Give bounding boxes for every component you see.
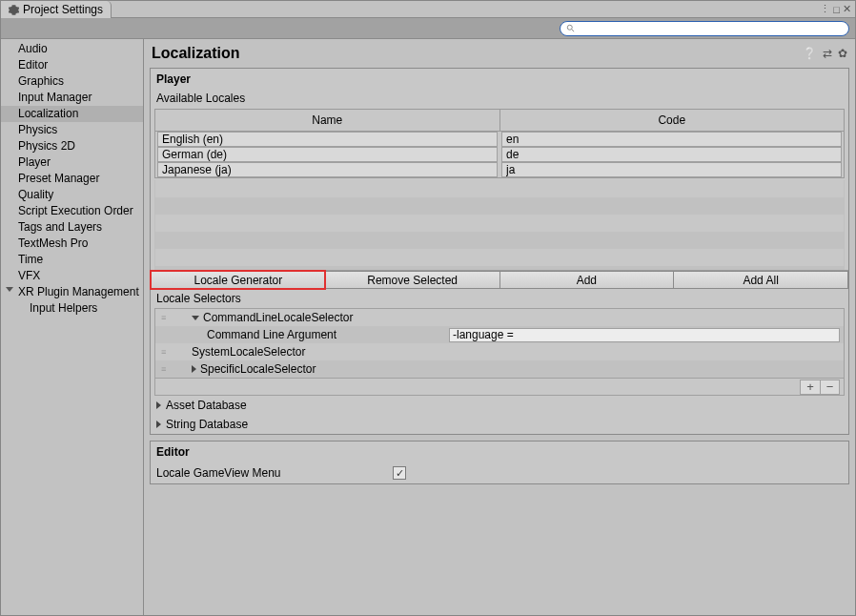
selector-name: SpecificLocaleSelector <box>200 362 316 376</box>
add-selector-button[interactable]: + <box>801 380 820 394</box>
main-header: Localization ❔ ⇄ ✿ <box>144 39 855 66</box>
svg-point-0 <box>567 25 572 30</box>
window-title: Project Settings <box>23 3 103 16</box>
sidebar-item-localization[interactable]: Localization <box>1 106 143 122</box>
sidebar-item-textmesh-pro[interactable]: TextMesh Pro <box>1 236 143 252</box>
remove-selected-button[interactable]: Remove Selected <box>325 271 499 289</box>
locale-selectors-list: ≡ CommandLineLocaleSelector Command Line… <box>154 308 845 396</box>
chevron-right-icon[interactable] <box>192 365 196 373</box>
player-section-title: Player <box>151 69 848 90</box>
locale-name-field[interactable] <box>157 147 498 162</box>
search-field[interactable] <box>560 21 849 36</box>
svg-line-1 <box>572 29 575 31</box>
sidebar-item-physics[interactable]: Physics <box>1 122 143 138</box>
sidebar-item-input-helpers[interactable]: Input Helpers <box>1 300 143 317</box>
add-all-button[interactable]: Add All <box>673 271 848 289</box>
sidebar-item-script-execution-order[interactable]: Script Execution Order <box>1 203 143 219</box>
maximize-icon[interactable]: □ <box>833 4 840 15</box>
sidebar-item-input-manager[interactable]: Input Manager <box>1 90 143 106</box>
preset-icon[interactable]: ⇄ <box>823 47 832 60</box>
locale-code-field[interactable] <box>501 147 842 162</box>
empty-list-area <box>154 180 845 270</box>
toolbar <box>1 18 855 39</box>
page-title: Localization <box>152 45 239 62</box>
table-header: Name Code <box>155 110 844 132</box>
window-tab[interactable]: Project Settings <box>1 1 112 18</box>
locale-code-field[interactable] <box>501 162 842 177</box>
add-button[interactable]: Add <box>499 271 674 289</box>
list-footer: + − <box>155 378 844 395</box>
sidebar-item-quality[interactable]: Quality <box>1 187 143 203</box>
body: Audio Editor Graphics Input Manager Loca… <box>1 39 855 615</box>
gameview-menu-checkbox[interactable]: ✓ <box>393 466 406 480</box>
locales-table: Name Code <box>154 109 845 178</box>
menu-icon[interactable]: ⋮ <box>820 3 830 15</box>
titlebar-controls: ⋮ □ ✕ <box>820 1 855 17</box>
project-settings-window: Project Settings ⋮ □ ✕ Audio Editor Grap… <box>0 0 856 616</box>
sidebar-item-xr-plugin-management[interactable]: XR Plugin Management <box>1 284 143 300</box>
sidebar-item-tags-and-layers[interactable]: Tags and Layers <box>1 219 143 236</box>
field-label: Command Line Argument <box>207 328 445 341</box>
chevron-down-icon[interactable] <box>192 316 199 320</box>
sidebar-item-graphics[interactable]: Graphics <box>1 73 143 90</box>
remove-selector-button[interactable]: − <box>820 380 839 394</box>
col-name[interactable]: Name <box>155 110 500 131</box>
editor-panel: Editor Locale GameView Menu ✓ <box>150 441 849 484</box>
check-icon: ✓ <box>396 467 404 480</box>
sidebar-item-editor[interactable]: Editor <box>1 57 143 73</box>
locale-buttons: Locale Generator Remove Selected Add Add… <box>151 270 848 289</box>
selector-row-specific[interactable]: ≡ SpecificLocaleSelector <box>155 360 844 378</box>
col-code[interactable]: Code <box>500 110 845 131</box>
command-line-argument-input[interactable] <box>449 328 840 342</box>
titlebar: Project Settings ⋮ □ ✕ <box>1 1 855 18</box>
available-locales-label: Available Locales <box>151 90 848 109</box>
selector-row-system[interactable]: ≡ SystemLocaleSelector <box>155 343 844 360</box>
main-panel: Localization ❔ ⇄ ✿ Player Available Loca… <box>144 39 855 615</box>
gear-icon <box>9 5 19 15</box>
locale-generator-button[interactable]: Locale Generator <box>151 271 325 289</box>
editor-section-title: Editor <box>151 441 848 462</box>
locale-name-field[interactable] <box>157 162 498 177</box>
sidebar-item-player[interactable]: Player <box>1 154 143 171</box>
locale-selectors-label: Locale Selectors <box>151 289 848 308</box>
locale-code-field[interactable] <box>501 132 842 147</box>
search-icon <box>566 24 576 33</box>
sidebar-item-vfx[interactable]: VFX <box>1 268 143 284</box>
selector-field-row: Command Line Argument <box>155 326 844 343</box>
drag-handle-icon[interactable]: ≡ <box>161 364 173 374</box>
search-input[interactable] <box>580 23 843 34</box>
gameview-menu-label: Locale GameView Menu <box>156 466 385 480</box>
help-icon[interactable]: ❔ <box>803 47 817 60</box>
table-row[interactable] <box>155 162 844 177</box>
table-row[interactable] <box>155 132 844 147</box>
close-icon[interactable]: ✕ <box>843 3 851 15</box>
player-panel: Player Available Locales Name Code <box>150 68 849 435</box>
sidebar-item-physics-2d[interactable]: Physics 2D <box>1 138 143 154</box>
selector-name: SystemLocaleSelector <box>192 345 305 359</box>
chevron-down-icon[interactable] <box>6 287 13 292</box>
string-database-foldout[interactable]: String Database <box>151 415 848 434</box>
settings-sidebar[interactable]: Audio Editor Graphics Input Manager Loca… <box>1 39 144 615</box>
sidebar-item-audio[interactable]: Audio <box>1 41 143 57</box>
asset-database-foldout[interactable]: Asset Database <box>151 396 848 415</box>
chevron-right-icon[interactable] <box>156 421 161 428</box>
drag-handle-icon[interactable]: ≡ <box>161 313 173 322</box>
sidebar-item-time[interactable]: Time <box>1 252 143 268</box>
locale-name-field[interactable] <box>157 132 498 147</box>
selector-row-commandline[interactable]: ≡ CommandLineLocaleSelector <box>155 309 844 326</box>
drag-handle-icon[interactable]: ≡ <box>161 347 173 357</box>
settings-gear-icon[interactable]: ✿ <box>838 47 847 60</box>
chevron-right-icon[interactable] <box>156 401 161 409</box>
table-row[interactable] <box>155 147 844 162</box>
selector-name: CommandLineLocaleSelector <box>203 311 353 324</box>
sidebar-item-preset-manager[interactable]: Preset Manager <box>1 171 143 187</box>
